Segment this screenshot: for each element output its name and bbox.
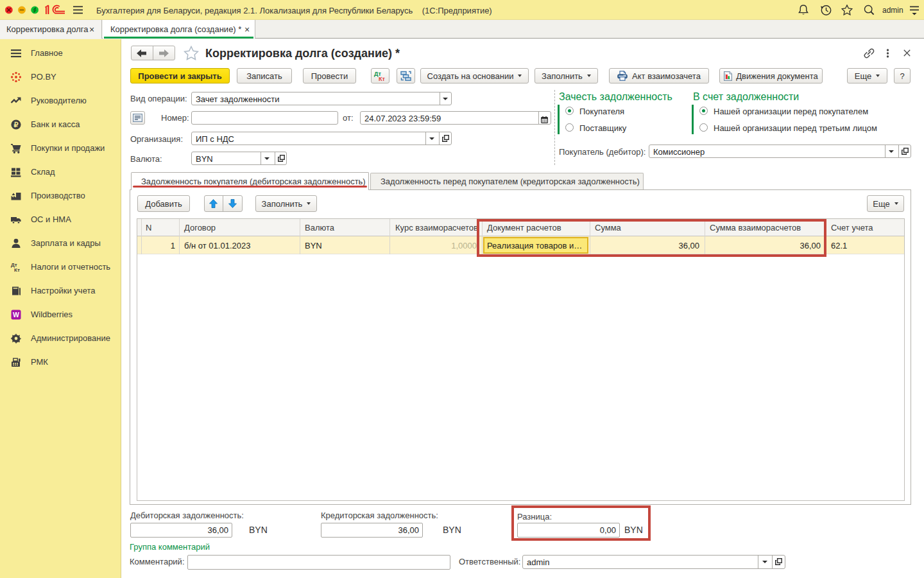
svg-text:₽: ₽ [14, 121, 19, 128]
svg-text:W: W [13, 311, 19, 319]
svg-text:Кт: Кт [14, 267, 20, 273]
